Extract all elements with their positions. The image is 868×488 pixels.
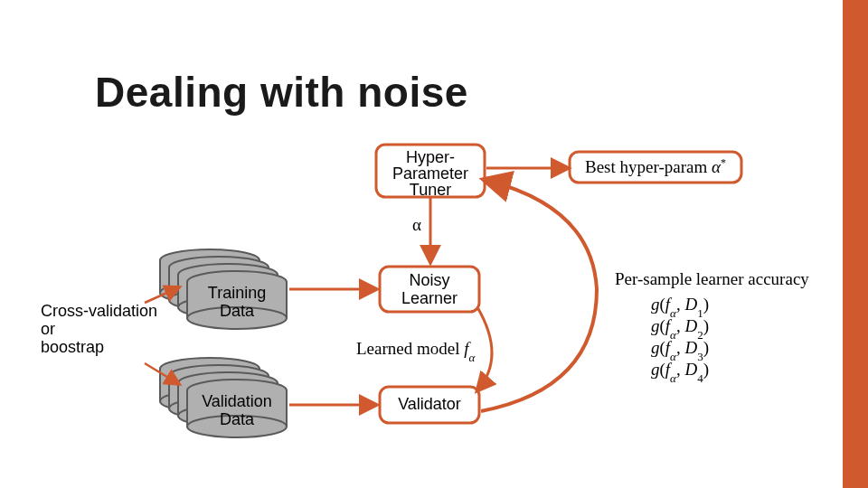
noisy-learner-label-line1: Noisy <box>409 271 449 289</box>
cross-validation-label: Cross-validation or boostrap <box>41 302 157 356</box>
validator-box: Validator <box>380 387 479 423</box>
slide: Dealing with noise Hyper- Parameter Tune… <box>0 0 868 488</box>
validator-label: Validator <box>398 395 461 413</box>
arrow-learner-to-validator <box>477 307 492 390</box>
diagram-canvas: Hyper- Parameter Tuner Best hyper-param … <box>0 0 868 488</box>
accuracy-line-4: g(fα, D4) <box>651 360 709 385</box>
per-sample-heading: Per-sample learner accuracy <box>615 269 809 288</box>
hyper-parameter-tuner-box: Hyper- Parameter Tuner <box>376 145 485 199</box>
per-sample-accuracy-block: Per-sample learner accuracy g(fα, D1) g(… <box>615 269 809 385</box>
hyper-parameter-tuner-label-line1: Hyper- <box>406 148 455 166</box>
validation-data-stack: Validation Data <box>160 358 287 437</box>
validation-data-label-line2: Data <box>220 410 255 428</box>
hyper-parameter-tuner-label-line3: Tuner <box>410 181 451 199</box>
svg-text:or: or <box>41 320 55 338</box>
arrow-validator-to-tuner <box>481 181 597 411</box>
training-data-label-line1: Training <box>208 284 266 302</box>
noisy-learner-label-line2: Learner <box>401 289 458 307</box>
best-hyperparam-label: Best hyper-param α* <box>585 156 726 176</box>
training-data-stack: Training Data <box>160 249 287 329</box>
alpha-label: α <box>412 215 421 234</box>
learned-model-label: Learned model fα <box>356 339 476 364</box>
svg-text:boostrap: boostrap <box>41 338 104 356</box>
svg-text:Cross-validation: Cross-validation <box>41 302 157 320</box>
hyper-parameter-tuner-label-line2: Parameter <box>392 164 468 183</box>
best-hyperparam-box: Best hyper-param α* <box>570 152 741 183</box>
noisy-learner-box: Noisy Learner <box>380 267 479 312</box>
validation-data-label-line1: Validation <box>202 392 272 410</box>
training-data-label-line2: Data <box>220 302 255 320</box>
